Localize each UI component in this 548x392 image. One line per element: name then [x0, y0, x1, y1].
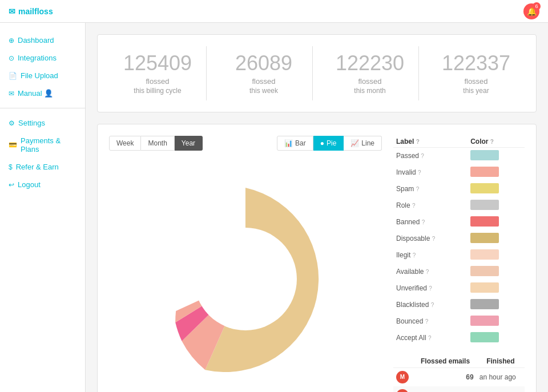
logo-icon: ✉ [9, 7, 15, 16]
history-col-finished: Finished [477, 355, 525, 368]
legend-row: Disposable ? [393, 231, 525, 247]
stat-card-billing: 125409 flossed this billing cycle [109, 46, 207, 100]
stat-sublabel-month: this month [327, 87, 413, 95]
stat-number-month: 122230 [327, 52, 413, 75]
stat-sublabel-week: this week [221, 87, 307, 95]
legend-item-color [468, 313, 525, 330]
sidebar-item-logout[interactable]: ↩ Logout [0, 176, 85, 193]
legend-item-label: Ilegit ? [393, 247, 468, 264]
sidebar-item-dashboard[interactable]: ⊕ Dashboard [0, 31, 85, 49]
color-help-icon[interactable]: ? [490, 139, 494, 145]
main-layout: ⊕ Dashboard ⊙ Integrations 📄 File Upload… [0, 23, 548, 392]
legend-item-label: Accept All ? [393, 330, 468, 346]
legend-help-icon-11[interactable]: ? [428, 335, 432, 341]
btn-week[interactable]: Week [109, 136, 141, 151]
sidebar-item-integrations[interactable]: ⊙ Integrations [0, 49, 85, 67]
stat-sublabel-year: this year [433, 87, 519, 95]
stat-number-billing: 125409 [115, 52, 200, 75]
legend-row: Accept All ? [393, 330, 525, 346]
pie-chart-icon: ● [320, 139, 324, 147]
legend-help-icon-7[interactable]: ? [426, 269, 429, 275]
stat-card-year: 122337 flossed this year [428, 46, 525, 100]
history-provider-icon: M [393, 367, 414, 386]
legend-help-icon-10[interactable]: ? [425, 318, 429, 325]
logo: ✉ mailfloss [9, 7, 53, 16]
history-provider-icon: M [393, 386, 414, 392]
sidebar-item-settings[interactable]: ⚙ Settings [0, 114, 85, 132]
refer-icon: $ [9, 163, 13, 171]
sidebar-item-manual[interactable]: ✉ Manual 👤 [0, 84, 85, 102]
sidebar-label-integrations: Integrations [18, 54, 57, 62]
sidebar-label-settings: Settings [18, 119, 45, 127]
history-section: Flossed emails Finished M 69 an hour ago… [393, 355, 525, 392]
btn-line[interactable]: 📈 Line [344, 136, 382, 151]
stats-row: 125409 flossed this billing cycle 26089 … [97, 34, 537, 112]
legend-row: Invalid ? [393, 164, 525, 181]
color-swatch-6 [470, 249, 499, 260]
provider-badge-0: M [396, 371, 409, 383]
legend-help-icon-4[interactable]: ? [422, 219, 425, 225]
legend-help-icon-0[interactable]: ? [421, 153, 424, 159]
legend-item-color [468, 164, 525, 181]
btn-year[interactable]: Year [175, 136, 203, 151]
color-swatch-1 [470, 167, 499, 177]
manual-icon: ✉ [9, 90, 14, 98]
stat-card-month: 122230 flossed this month [321, 46, 419, 100]
sidebar: ⊕ Dashboard ⊙ Integrations 📄 File Upload… [0, 23, 86, 392]
history-floss-count-1: 69 [414, 386, 476, 392]
legend-item-label: Unverified ? [393, 280, 468, 297]
payments-icon: 💳 [9, 141, 17, 149]
sidebar-item-payments[interactable]: 💳 Payments & Plans [0, 132, 85, 158]
legend-row: Unverified ? [393, 280, 525, 297]
legend-label-header: Label ? [393, 136, 468, 148]
stat-number-year: 122337 [433, 52, 519, 75]
sidebar-divider [0, 108, 85, 108]
legend-row: Blacklisted ? [393, 297, 525, 313]
chart-type-group: 📊 Bar ● Pie 📈 Line [277, 136, 382, 151]
legend-help-icon-6[interactable]: ? [413, 252, 416, 258]
legend-color-header: Color ? [468, 136, 525, 148]
legend-row: Banned ? [393, 214, 525, 231]
btn-month[interactable]: Month [141, 136, 174, 151]
history-row: M 69 an hour ago [393, 367, 525, 386]
btn-bar[interactable]: 📊 Bar [277, 136, 313, 151]
color-swatch-8 [470, 282, 499, 293]
color-swatch-0 [470, 150, 499, 160]
legend-row: Passed ? [393, 147, 525, 164]
legend-help-icon-2[interactable]: ? [416, 186, 420, 192]
chart-left: Week Month Year 📊 Bar ● Pie 📈 Line [109, 136, 382, 392]
legend-row: Bounced ? [393, 313, 525, 330]
history-col-icon [393, 355, 414, 368]
legend-item-label: Disposable ? [393, 231, 468, 247]
label-help-icon[interactable]: ? [416, 139, 420, 145]
color-swatch-9 [470, 299, 499, 309]
history-col-flossed: Flossed emails [414, 355, 476, 368]
legend-help-icon-3[interactable]: ? [412, 203, 416, 209]
stat-label-month: flossed [327, 77, 413, 86]
header: ✉ mailfloss 🔔 6 [0, 0, 548, 23]
color-swatch-11 [470, 332, 499, 342]
color-swatch-3 [470, 200, 499, 210]
color-swatch-5 [470, 233, 499, 243]
stat-sublabel-billing: this billing cycle [115, 87, 200, 95]
stat-label-week: flossed [221, 77, 307, 86]
legend-item-color [468, 231, 525, 247]
donut-chart-svg [137, 171, 354, 387]
btn-pie[interactable]: ● Pie [313, 136, 344, 151]
sidebar-item-file-upload[interactable]: 📄 File Upload [0, 67, 85, 84]
color-swatch-10 [470, 316, 499, 326]
settings-icon: ⚙ [9, 119, 15, 127]
sidebar-label-file-upload: File Upload [21, 71, 58, 80]
legend-item-color [468, 264, 525, 280]
sidebar-item-refer[interactable]: $ Refer & Earn [0, 158, 85, 176]
legend-row: Spam ? [393, 181, 525, 197]
legend-item-label: Banned ? [393, 214, 468, 231]
legend-help-icon-9[interactable]: ? [431, 302, 434, 308]
legend-help-icon-5[interactable]: ? [432, 236, 436, 242]
legend-help-icon-1[interactable]: ? [418, 169, 421, 176]
legend-item-color [468, 247, 525, 264]
integrations-icon: ⊙ [9, 54, 14, 62]
legend-item-label: Bounced ? [393, 313, 468, 330]
legend-help-icon-8[interactable]: ? [429, 285, 432, 292]
notification-bell[interactable]: 🔔 6 [523, 3, 539, 19]
